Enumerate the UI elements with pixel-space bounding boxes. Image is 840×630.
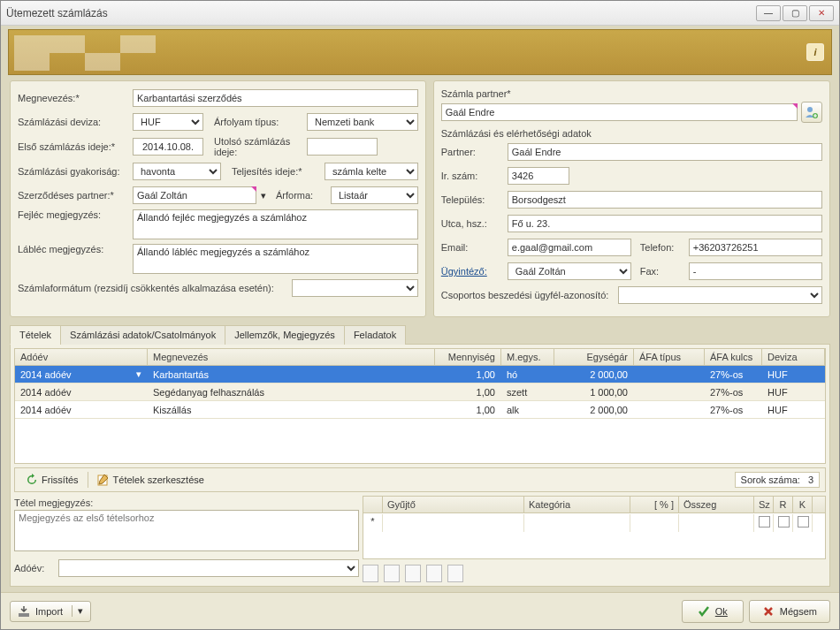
partner-panel: Számla partner* Számlázási és elérhetősé…	[433, 80, 830, 317]
svg-rect-0	[14, 35, 50, 71]
refresh-button[interactable]: Frissítés	[20, 472, 84, 488]
close-button[interactable]: ✕	[809, 5, 834, 21]
col-vat-rate[interactable]: ÁFA kulcs	[705, 349, 762, 365]
name-input[interactable]	[133, 89, 418, 107]
col-collector[interactable]: Gyűjtő	[383, 497, 524, 512]
last-invoice-label: Utolsó számlázás ideje:	[214, 136, 307, 157]
col-sz[interactable]: Sz	[754, 497, 774, 512]
dialog-footer: Import ▾ Ok Mégsem	[1, 592, 839, 629]
street-readonly	[508, 215, 822, 232]
refresh-icon	[26, 474, 38, 486]
titlebar: Ütemezett számlázás — ▢ ✕	[1, 1, 839, 26]
doc-action-1[interactable]	[363, 565, 378, 582]
detail-grid[interactable]: Gyűjtő Kategória [ % ] Összeg Sz R K *	[363, 496, 826, 559]
info-icon[interactable]: i	[806, 43, 824, 61]
col-k[interactable]: K	[793, 497, 813, 512]
frequency-select[interactable]: havonta	[133, 163, 221, 180]
import-button[interactable]: Import ▾	[10, 601, 91, 622]
tax-year-filter-label: Adóév:	[14, 563, 58, 573]
zip-label: Ir. szám:	[441, 171, 508, 181]
footer-note-textarea[interactable]: Állandó lábléc megjegyzés a számlához	[133, 244, 418, 274]
ok-button[interactable]: Ok	[682, 600, 744, 623]
minimize-button[interactable]: —	[756, 5, 781, 21]
col-category[interactable]: Kategória	[524, 497, 630, 512]
tax-year-filter-select[interactable]	[58, 559, 359, 577]
tab-strip: Tételek Számlázási adatok/Csatolmányok J…	[10, 325, 830, 345]
maximize-button[interactable]: ▢	[783, 5, 807, 21]
email-input[interactable]	[508, 239, 631, 256]
zip-readonly	[508, 167, 569, 185]
fax-input[interactable]	[689, 262, 822, 280]
item-note-textarea[interactable]: Megjegyzés az első tételsorhoz	[14, 510, 359, 551]
invoice-format-select[interactable]	[292, 279, 418, 297]
header-note-textarea[interactable]: Állandó fejléc megjegyzés a számlához	[133, 209, 418, 239]
required-marker-icon	[251, 186, 256, 192]
col-amount[interactable]: Összeg	[679, 497, 754, 512]
doc-action-4[interactable]	[426, 565, 442, 582]
detail-icon-bar	[363, 565, 826, 582]
checkbox-k[interactable]	[798, 516, 809, 528]
required-marker-icon	[792, 103, 798, 109]
grid-row[interactable]: 2014 adóév Kiszállás 1,00 alk 2 000,00 2…	[15, 401, 825, 419]
grid-row[interactable]: 2014 adóév▾ Karbantartás 1,00 hó 2 000,0…	[15, 366, 825, 383]
frequency-label: Számlázási gyakoriság:	[18, 166, 133, 177]
administrator-select[interactable]: Gaál Zoltán	[508, 262, 631, 280]
col-r[interactable]: R	[774, 497, 793, 512]
grid-header: Adóév Megnevezés Mennyiség M.egys. Egysé…	[15, 349, 825, 366]
grid-row[interactable]: 2014 adóév Segédanyag felhasználás 1,00 …	[15, 383, 825, 401]
tab-tasks[interactable]: Feladatok	[344, 325, 406, 345]
svg-rect-2	[85, 53, 120, 71]
fulfillment-label: Teljesítés ideje:*	[232, 166, 325, 177]
svg-rect-1	[50, 35, 85, 53]
svg-rect-7	[19, 613, 29, 617]
last-invoice-input[interactable]	[307, 138, 378, 156]
col-name[interactable]: Megnevezés	[148, 349, 435, 365]
phone-input[interactable]	[689, 239, 822, 256]
col-currency[interactable]: Deviza	[762, 349, 825, 365]
footer-note-label: Lábléc megjegyzés:	[18, 244, 133, 254]
administrator-link[interactable]: Ügyintéző:	[441, 266, 508, 277]
doc-action-2[interactable]	[384, 565, 400, 582]
doc-action-5[interactable]	[447, 565, 463, 582]
price-form-select[interactable]: Listaár	[331, 186, 418, 204]
window-title: Ütemezett számlázás	[6, 7, 756, 19]
currency-select[interactable]: HUF	[133, 113, 203, 131]
col-vat-type[interactable]: ÁFA típus	[634, 349, 705, 365]
direct-debit-label: Csoportos beszedési ügyfél-azonosító:	[441, 290, 618, 300]
direct-debit-select[interactable]	[618, 286, 822, 304]
checkbox-sz[interactable]	[759, 516, 770, 528]
dropdown-icon[interactable]: ▾	[256, 190, 271, 201]
col-quantity[interactable]: Mennyiség	[435, 349, 501, 365]
tab-content: Adóév Megnevezés Mennyiség M.egys. Egysé…	[10, 344, 830, 587]
check-icon	[698, 605, 710, 618]
col-tax-year[interactable]: Adóév	[15, 349, 148, 365]
first-invoice-label: Első számlázás ideje:*	[18, 141, 133, 152]
cancel-button[interactable]: Mégsem	[749, 600, 830, 623]
exchange-type-select[interactable]: Nemzeti bank	[307, 113, 418, 131]
checkbox-r[interactable]	[778, 516, 790, 528]
detail-new-row[interactable]: *	[363, 513, 825, 533]
fulfillment-select[interactable]: számla kelte	[325, 163, 418, 180]
tab-attributes[interactable]: Jellemzők, Megjegyzés	[225, 325, 345, 345]
fax-label: Fax:	[640, 266, 689, 277]
col-unit[interactable]: M.egys.	[501, 349, 554, 365]
header-note-label: Fejléc megjegyzés:	[18, 209, 133, 220]
invoice-partner-input[interactable]	[441, 103, 798, 121]
main-window: Ütemezett számlázás — ▢ ✕ i Megnevezés:*…	[0, 0, 840, 630]
items-grid[interactable]: Adóév Megnevezés Mennyiség M.egys. Egysé…	[14, 348, 826, 464]
first-invoice-input[interactable]	[133, 138, 203, 156]
tab-invoice-data[interactable]: Számlázási adatok/Csatolmányok	[60, 325, 225, 345]
tab-items[interactable]: Tételek	[10, 325, 61, 345]
add-partner-button[interactable]	[801, 102, 822, 123]
col-percent[interactable]: [ % ]	[630, 497, 679, 512]
import-dropdown-icon[interactable]: ▾	[72, 605, 83, 617]
basic-data-panel: Megnevezés:* Számlázási deviza: HUF Árfo…	[10, 80, 426, 317]
banner-decoration	[14, 35, 191, 71]
row-count-box: Sorok száma: 3	[735, 472, 820, 488]
col-unit-price[interactable]: Egységár	[554, 349, 634, 365]
edit-items-button[interactable]: Tételek szerkesztése	[92, 472, 210, 488]
items-toolbar: Frissítés Tételek szerkesztése Sorok szá…	[14, 467, 826, 492]
doc-action-3[interactable]	[405, 565, 421, 582]
contract-partner-input[interactable]	[133, 186, 256, 204]
item-note-label: Tétel megjegyzés:	[14, 497, 359, 508]
